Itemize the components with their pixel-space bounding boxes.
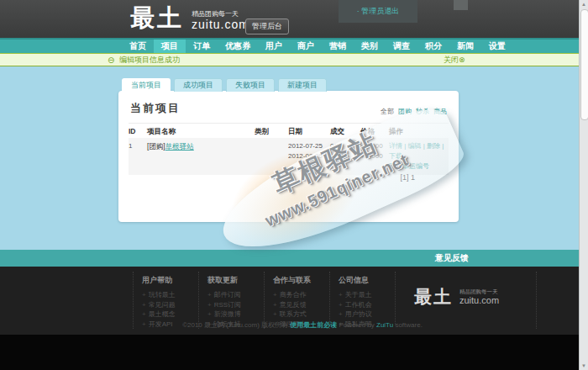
- zuitu-brand-link[interactable]: ZuiTu: [376, 321, 393, 329]
- footer-logo-domain: zuitu.com: [459, 295, 499, 305]
- cell-id: 1: [129, 138, 147, 175]
- plus-bullet-icon: +: [207, 291, 212, 299]
- tab[interactable]: 失败项目: [226, 78, 275, 92]
- cell-category: [255, 138, 288, 175]
- scrollbar-thumb[interactable]: [580, 9, 588, 120]
- filter-link[interactable]: 商品: [433, 107, 447, 116]
- footer-link[interactable]: +新浪微博: [207, 309, 264, 320]
- table-row: 1 [团购]草根驿站 2012-07-25 2012-08-25 0/10 ¥1…: [129, 138, 449, 175]
- column-header: 成交: [330, 124, 360, 138]
- action-links-line2[interactable]: 下载幸运编号: [389, 161, 449, 172]
- admin-backend-button[interactable]: 管理后台: [245, 18, 289, 34]
- feedback-bar: 意见反馈: [0, 250, 588, 267]
- notice-message: 编辑项目信息成功: [119, 54, 180, 66]
- price-original: ¥10000: [360, 151, 389, 161]
- panel-title: 当前项目: [130, 101, 181, 116]
- column-header: 日期: [288, 124, 330, 138]
- plus-bullet-icon: +: [207, 301, 212, 309]
- plus-bullet-icon: +: [142, 310, 146, 318]
- notice-close-link[interactable]: 关闭⊗: [444, 54, 465, 66]
- footer-column-title: 公司信息: [339, 275, 395, 286]
- tab[interactable]: 当前项目: [122, 78, 171, 92]
- footer-link[interactable]: +RSS订阅: [207, 300, 264, 310]
- nav-item[interactable]: 调查: [386, 40, 417, 53]
- logo: 最土: [130, 2, 184, 35]
- column-header: 操作: [389, 124, 449, 138]
- plus-bullet-icon: +: [207, 310, 212, 318]
- plus-bullet-icon: +: [339, 310, 343, 318]
- admin-logout-link[interactable]: · 管理员退出: [339, 0, 417, 23]
- footer: 用户帮助 +玩转最土+常见问题+最土概念+开发API 获取更新 +邮件订阅+RS…: [0, 267, 588, 335]
- cell-deal: 0/10: [330, 138, 360, 175]
- nav-item[interactable]: 用户: [258, 40, 290, 53]
- filter-link[interactable]: 全部: [381, 107, 394, 116]
- panel-head: 当前项目 全部 团购 秒杀 商品: [129, 98, 449, 124]
- footer-column-title: 获取更新: [207, 275, 264, 286]
- cell-actions: 详情 | 编辑 | 删除 | 下载 下载幸运编号: [389, 138, 449, 175]
- plus-bullet-icon: +: [273, 301, 277, 309]
- scrollbar[interactable]: ▲ ▼: [579, 0, 588, 370]
- copyright-text: ©2010 最土网 (zuitu.com) 版权所有: [182, 321, 288, 329]
- column-header: 类别: [255, 124, 288, 138]
- plus-bullet-icon: +: [142, 291, 146, 299]
- plus-bullet-icon: +: [339, 301, 343, 309]
- nav-item[interactable]: 优惠券: [218, 40, 258, 53]
- date-end: 2012-08-25: [288, 151, 330, 161]
- must-read-link[interactable]: 使用最土前必读: [290, 321, 337, 329]
- window-artifact: [454, 0, 468, 10]
- project-type-prefix: [团购]: [147, 142, 165, 151]
- page-indicator[interactable]: [1] 1: [400, 173, 415, 182]
- filter-link[interactable]: 团购: [398, 107, 412, 116]
- success-circle-icon: ⊖: [108, 55, 114, 66]
- nav-item[interactable]: 积分: [417, 40, 449, 53]
- scroll-down-icon[interactable]: ▼: [580, 362, 588, 370]
- copyright: ©2010 最土网 (zuitu.com) 版权所有 使用最土前必读 Power…: [118, 320, 487, 330]
- notice-bar: ⊖ 编辑项目信息成功 关闭⊗: [0, 53, 588, 66]
- footer-link[interactable]: +关于最土: [339, 290, 395, 300]
- project-name-link[interactable]: 草根驿站: [165, 142, 194, 151]
- footer-link[interactable]: +工作机会: [339, 300, 395, 310]
- tab[interactable]: 成功项目: [174, 78, 223, 92]
- pagination: [1] 1: [400, 173, 415, 182]
- scroll-up-icon[interactable]: ▲: [580, 0, 588, 8]
- powered-by-text: Powered by: [339, 321, 375, 329]
- filter-link[interactable]: 秒杀: [416, 107, 429, 116]
- date-start: 2012-07-25: [288, 141, 330, 151]
- column-header: 价格: [360, 124, 389, 138]
- feedback-link[interactable]: 意见反馈: [435, 250, 469, 267]
- nav-item[interactable]: 商户: [290, 40, 322, 53]
- projects-panel: 当前项目 全部 团购 秒杀 商品 ID 项目名称: [118, 91, 459, 222]
- nav-item[interactable]: 类别: [354, 40, 386, 53]
- nav-item[interactable]: 新闻: [449, 40, 481, 53]
- footer-logo-block: 最土 精品团购每一天 zuitu.com: [395, 272, 536, 325]
- footer-link[interactable]: +最土概念: [142, 309, 198, 320]
- cell-dates: 2012-07-25 2012-08-25: [288, 138, 330, 175]
- footer-logo: 最土: [414, 285, 453, 309]
- nav-item[interactable]: 首页: [122, 40, 154, 53]
- footer-column-title: 用户帮助: [142, 275, 198, 286]
- plus-bullet-icon: +: [273, 291, 277, 299]
- projects-table: ID 项目名称 类别 日期 成交 价格 操作 1 [团购]草根驿站: [129, 124, 449, 175]
- footer-link[interactable]: +商务合作: [273, 290, 329, 300]
- column-header: ID: [129, 124, 147, 138]
- footer-link[interactable]: +玩转最土: [142, 290, 198, 300]
- nav-item[interactable]: 订单: [186, 40, 218, 53]
- footer-column-title: 合作与联系: [273, 275, 329, 286]
- footer-link[interactable]: +意见反馈: [273, 300, 329, 310]
- plus-bullet-icon: +: [273, 310, 277, 318]
- nav-item[interactable]: 营销: [322, 40, 354, 53]
- nav-list: 首页 项目 订单 优惠券 用户 商户 营销 类别 调查 积分 新闻 设: [0, 40, 588, 53]
- footer-link[interactable]: +邮件订阅: [207, 290, 264, 300]
- project-tabs: 当前项目 成功项目 失败项目 新建项目: [122, 78, 327, 92]
- footer-link[interactable]: +联系方式: [273, 309, 329, 320]
- plus-bullet-icon: +: [339, 291, 343, 299]
- action-links-line1[interactable]: 详情 | 编辑 | 删除 | 下载: [389, 141, 449, 161]
- tab[interactable]: 新建项目: [278, 78, 327, 92]
- bottom-filler: [0, 335, 588, 370]
- nav-item[interactable]: 设置: [481, 40, 513, 53]
- footer-link[interactable]: +常见问题: [142, 300, 198, 310]
- footer-link[interactable]: +用户协议: [339, 309, 395, 320]
- logo-domain: zuitu.com: [192, 18, 249, 31]
- header: 最土 精品团购每一天 zuitu.com 管理后台 · 管理员退出: [0, 0, 588, 38]
- nav-item[interactable]: 项目: [154, 40, 186, 53]
